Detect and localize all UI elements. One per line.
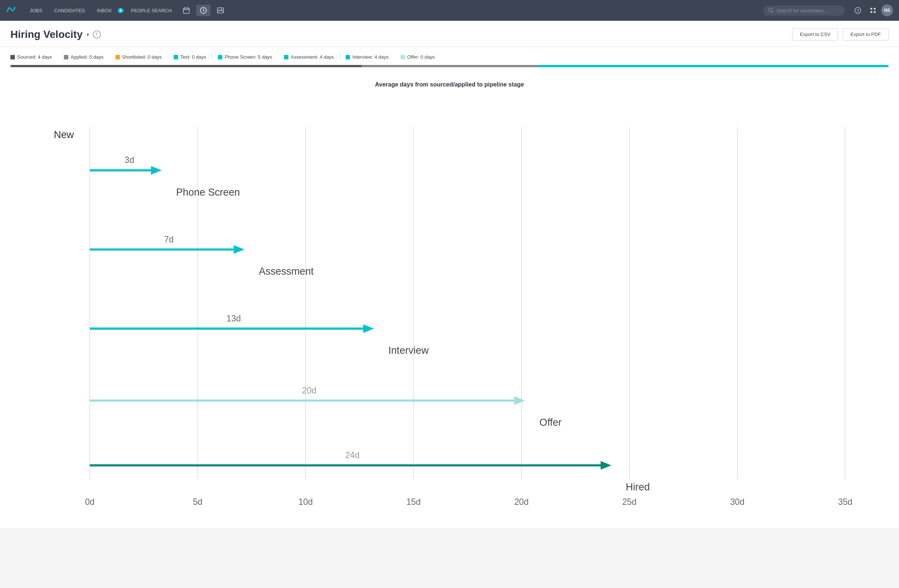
svg-rect-0 <box>183 8 189 13</box>
x-label-5: 5d <box>193 497 203 507</box>
legend-label: Phone Screen: 5 days <box>225 54 272 60</box>
export-csv-button[interactable]: Export to CSV <box>792 28 838 40</box>
legend: Sourced: 4 daysApplied: 5 daysShortliste… <box>11 54 888 60</box>
chart-container: Average days from sourced/applied to pip… <box>11 77 888 521</box>
progress-bar <box>11 65 888 67</box>
nav-chart-icon[interactable] <box>196 5 210 16</box>
x-label-30: 30d <box>730 497 745 507</box>
legend-item: Sourced: 4 days <box>11 54 52 60</box>
x-label-15: 15d <box>406 497 421 507</box>
phonescr-days-label: 3d <box>125 155 134 165</box>
nav-link-people-search[interactable]: PEOPLE SEARCH <box>127 6 176 15</box>
nav-image-icon[interactable] <box>213 5 227 16</box>
nav-link-inbox[interactable]: INBOX <box>93 6 116 15</box>
svg-rect-10 <box>874 11 876 13</box>
assess-days-label: 7d <box>164 235 174 244</box>
legend-color <box>174 55 178 59</box>
nav-inbox-wrap[interactable]: INBOX 8 <box>93 6 124 15</box>
progress-segment <box>538 65 888 67</box>
assess-label: Assessment <box>259 265 314 277</box>
offer-days-label: 20d <box>302 386 317 395</box>
svg-text:?: ? <box>857 9 859 13</box>
chart-title: Average days from sourced/applied to pip… <box>11 81 888 88</box>
progress-segment <box>361 65 537 67</box>
svg-rect-7 <box>870 8 872 10</box>
legend-label: Sourced: 4 days <box>17 54 52 60</box>
legend-label: Interview: 4 days <box>352 54 389 60</box>
legend-label: Test: 0 days <box>181 54 206 60</box>
legend-color <box>218 55 222 59</box>
nav-search-box[interactable] <box>763 6 845 15</box>
offer-arrow <box>514 396 525 404</box>
search-icon <box>768 8 774 13</box>
page-header: Hiring Velocity ▾ ? Export to CSV Export… <box>0 21 899 47</box>
nav-calendar-icon[interactable] <box>179 5 193 16</box>
legend-item: Applied: 5 days <box>64 54 103 60</box>
nav-right-icons: ? NS <box>851 5 893 16</box>
interview-label: Interview <box>388 344 429 356</box>
nav-logo[interactable] <box>6 4 16 17</box>
legend-item: Interview: 4 days <box>346 54 389 60</box>
hired-arrow <box>601 461 611 469</box>
nav-link-jobs[interactable]: JOBS <box>25 6 47 15</box>
navbar: JOBS CANDIDATES INBOX 8 PEOPLE SEARCH <box>0 0 899 21</box>
nav-link-candidates[interactable]: CANDIDATES <box>50 6 90 15</box>
hired-label: Hired <box>626 481 650 492</box>
legend-label: Offer: 0 days <box>407 54 435 60</box>
page-title: Hiring Velocity <box>11 29 83 40</box>
progress-segment <box>11 65 361 67</box>
export-buttons: Export to CSV Export to PDF <box>792 28 888 40</box>
inbox-badge: 8 <box>118 8 124 13</box>
phonescr-arrow <box>151 166 162 174</box>
x-label-10: 10d <box>298 497 313 507</box>
gantt-chart: New 3d Phone Screen <box>18 98 881 515</box>
legend-label: Shortlisted: 0 days <box>122 54 162 60</box>
avatar[interactable]: NS <box>881 5 893 16</box>
y-top-label: New <box>54 129 74 140</box>
main-content: Sourced: 4 daysApplied: 5 daysShortliste… <box>0 47 899 528</box>
legend-color <box>346 55 350 59</box>
legend-item: Phone Screen: 5 days <box>218 54 272 60</box>
svg-rect-9 <box>870 11 872 13</box>
title-dropdown-icon[interactable]: ▾ <box>87 32 89 37</box>
page-title-wrap: Hiring Velocity ▾ ? <box>11 29 101 40</box>
x-label-25: 25d <box>622 497 636 507</box>
help-icon[interactable]: ? <box>93 31 101 39</box>
x-label-35: 35d <box>838 497 853 507</box>
legend-color <box>11 55 15 59</box>
export-pdf-button[interactable]: Export to PDF <box>843 28 888 40</box>
interview-days-label: 13d <box>226 314 241 323</box>
legend-label: Assessment: 4 days <box>290 54 334 60</box>
legend-item: Test: 0 days <box>174 54 206 60</box>
hired-days-label: 24d <box>345 450 360 460</box>
svg-rect-8 <box>874 8 876 10</box>
legend-color <box>64 55 68 59</box>
offer-label: Offer <box>539 417 562 428</box>
x-label-20: 20d <box>514 497 528 507</box>
legend-item: Offer: 0 days <box>400 54 435 60</box>
legend-item: Assessment: 4 days <box>284 54 334 60</box>
nav-grid-icon[interactable] <box>867 5 880 15</box>
assess-arrow <box>234 245 245 253</box>
legend-color <box>284 55 289 59</box>
interview-arrow <box>363 324 374 333</box>
nav-help-icon[interactable]: ? <box>851 5 865 16</box>
legend-item: Shortlisted: 0 days <box>116 54 162 60</box>
legend-color <box>400 55 405 59</box>
legend-label: Applied: 5 days <box>71 54 103 60</box>
legend-color <box>116 55 120 59</box>
search-input[interactable] <box>777 8 836 13</box>
svg-point-3 <box>221 9 222 10</box>
x-label-0: 0d <box>85 497 95 507</box>
phonescr-label: Phone Screen <box>176 186 240 198</box>
